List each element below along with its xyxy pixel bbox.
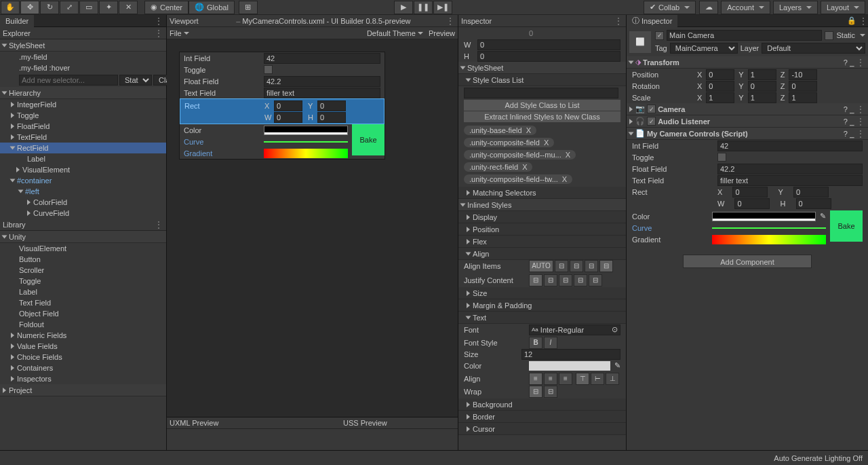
flex-hdr[interactable]: Flex <box>458 236 626 248</box>
align-top[interactable]: ⊤ <box>576 373 589 385</box>
script-rect-h[interactable] <box>796 198 831 209</box>
script-rect-y[interactable] <box>793 187 829 198</box>
lib-item[interactable]: Scroller <box>0 265 166 276</box>
script-rect-x[interactable] <box>732 187 768 198</box>
scl-y[interactable] <box>748 92 776 103</box>
uss-preview-label[interactable]: USS Preview <box>343 419 387 427</box>
h-input[interactable] <box>477 51 620 62</box>
justify-between[interactable]: ⊟ <box>574 274 587 286</box>
justify-start[interactable]: ⊟ <box>529 274 542 286</box>
lock-icon[interactable]: 🔒 <box>847 16 859 25</box>
play-button[interactable]: ▶ <box>394 1 413 14</box>
align-mid[interactable]: ≡ <box>544 373 557 385</box>
background-hdr[interactable]: Background <box>458 398 626 411</box>
hierarchy-item[interactable]: IntegerField <box>0 99 166 110</box>
int-field-input[interactable] <box>264 53 380 64</box>
transform-component[interactable]: ⬗ Transform? ⎯ ⋮ <box>627 56 868 69</box>
name-input[interactable] <box>667 30 822 41</box>
builder-tab[interactable]: Builder <box>0 15 34 27</box>
script-rect-w[interactable] <box>734 198 770 209</box>
border-hdr[interactable]: Border <box>458 411 626 423</box>
component-menu-icon[interactable]: ⋮ <box>856 119 865 124</box>
hierarchy-item[interactable]: FloatField <box>0 121 166 132</box>
rot-z[interactable] <box>789 81 817 92</box>
preset-icon[interactable]: ⎯ <box>850 105 854 113</box>
rect-w-input[interactable] <box>274 112 302 123</box>
align-end[interactable]: ⊟ <box>585 260 598 272</box>
scl-z[interactable] <box>789 92 817 103</box>
align-auto[interactable]: AUTO <box>529 260 553 272</box>
rot-x[interactable] <box>706 81 734 92</box>
align-vmid[interactable]: ⊢ <box>591 373 604 385</box>
audio-enabled[interactable]: ✓ <box>647 117 656 126</box>
audio-component[interactable]: 🎧 ✓ Audio Listener? ⎯ ⋮ <box>627 115 868 128</box>
component-menu-icon[interactable]: ⋮ <box>856 107 865 112</box>
add-component-button[interactable]: Add Component <box>683 255 812 268</box>
rot-y[interactable] <box>748 81 776 92</box>
fontsize-input[interactable] <box>521 349 620 360</box>
theme-dropdown[interactable]: Default Theme <box>367 29 423 37</box>
snap-toggle[interactable]: ⊞ <box>239 1 258 14</box>
move-tool[interactable]: ✥ <box>20 1 39 14</box>
eyedropper-icon[interactable]: ✎ <box>820 212 826 221</box>
italic-button[interactable]: I <box>544 337 557 349</box>
unity-section[interactable]: Unity <box>0 231 166 243</box>
curve-field[interactable] <box>264 141 348 143</box>
chip-remove-icon[interactable]: X <box>526 126 531 134</box>
align-stretch[interactable]: ⊟ <box>599 260 613 272</box>
lighting-status[interactable]: Auto Generate Lighting Off <box>774 454 863 462</box>
collab-dropdown[interactable]: ✔Collab <box>644 1 696 14</box>
component-menu-icon[interactable]: ⋮ <box>856 60 865 65</box>
position-hdr[interactable]: Position <box>458 223 626 236</box>
layer-select[interactable]: Default <box>762 43 865 54</box>
hierarchy-item-selected[interactable]: RectField <box>0 143 166 153</box>
margin-hdr[interactable]: Margin & Padding <box>458 299 626 312</box>
rect-tool[interactable]: ▭ <box>79 1 98 14</box>
add-selector-input[interactable] <box>19 75 118 86</box>
align-right[interactable]: ≡ <box>559 373 572 385</box>
preset-icon[interactable]: ⎯ <box>850 130 854 138</box>
class-chip[interactable]: .unity-base-fieldX <box>464 126 536 135</box>
layers-dropdown[interactable]: Layers <box>773 1 818 14</box>
step-button[interactable]: ▶❚ <box>433 1 452 14</box>
gameobject-icon[interactable]: ⬜ <box>629 31 651 53</box>
align-hdr[interactable]: Align <box>458 248 626 260</box>
script-bake-button[interactable]: Bake <box>830 210 863 242</box>
display-hdr[interactable]: Display <box>458 211 626 223</box>
rect-h-input[interactable] <box>317 112 346 123</box>
active-checkbox[interactable]: ✓ <box>655 31 664 40</box>
hierarchy-item[interactable]: Label <box>0 153 166 164</box>
class-chip[interactable]: .unity-rect-fieldX <box>464 162 532 172</box>
eyedropper-icon[interactable]: ✎ <box>614 361 620 370</box>
class-chip[interactable]: .unity-composite-fieldX <box>464 138 554 147</box>
hierarchy-item[interactable]: #container <box>0 175 166 186</box>
script-gradient[interactable] <box>712 235 826 244</box>
scl-x[interactable] <box>706 92 734 103</box>
lib-item[interactable]: Object Field <box>0 308 166 319</box>
pos-x[interactable] <box>706 69 734 80</box>
viewport-menu-icon[interactable]: ⋮ <box>446 18 455 24</box>
uxml-preview-label[interactable]: UXML Preview <box>170 419 218 427</box>
panel-menu-icon[interactable]: ⋮ <box>155 18 166 24</box>
pause-button[interactable]: ❚❚ <box>414 1 433 14</box>
bold-button[interactable]: B <box>529 337 542 349</box>
help-icon[interactable]: ? <box>844 117 848 126</box>
align-start[interactable]: ⊟ <box>555 260 568 272</box>
justify-center[interactable]: ⊟ <box>544 274 557 286</box>
lib-item[interactable]: Inspectors <box>0 373 166 384</box>
class-input[interactable] <box>464 88 618 98</box>
lib-item[interactable]: Value Fields <box>0 341 166 352</box>
font-field[interactable]: Aa Inter-Regular⊙ <box>529 324 620 335</box>
library-menu-icon[interactable]: ⋮ <box>155 222 163 227</box>
hierarchy-item[interactable]: Toggle <box>0 110 166 121</box>
w-input[interactable] <box>477 39 620 50</box>
selector-item[interactable]: .my-field :hover <box>0 62 166 73</box>
rotate-tool[interactable]: ↻ <box>40 1 59 14</box>
explorer-menu-icon[interactable]: ⋮ <box>155 31 163 36</box>
script-component[interactable]: 📄 My Camera Controls (Script)? ⎯ ⋮ <box>627 128 868 140</box>
hierarchy-item[interactable]: #left <box>0 186 166 197</box>
selector-item[interactable]: .my-field <box>0 52 166 62</box>
lib-item[interactable]: Button <box>0 254 166 265</box>
script-text[interactable] <box>717 175 863 186</box>
align-center[interactable]: ⊟ <box>570 260 583 272</box>
